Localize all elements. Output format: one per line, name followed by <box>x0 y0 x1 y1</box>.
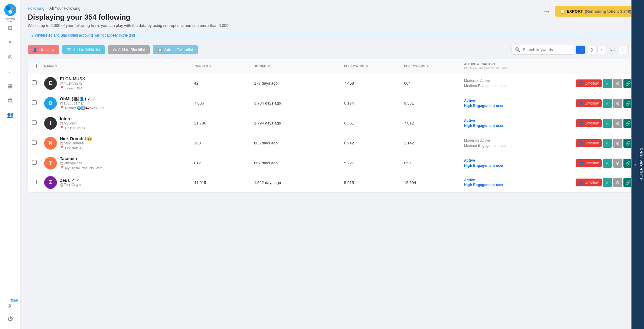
sidebar-item-chart[interactable]: ▦ <box>4 80 16 92</box>
engagement-status: Moderate Active <box>464 79 490 83</box>
row-whitelist-button[interactable]: ✓ <box>603 178 612 187</box>
filter-panel[interactable]: ≡ FILTER OPTIONS <box>631 0 644 329</box>
table-body: E ELON MUSK @musk59272 📍Texas, USA 42 17… <box>28 73 637 192</box>
search-go-button[interactable]: → <box>576 46 585 54</box>
sort-joined-icon[interactable]: ⇅ <box>268 65 270 68</box>
engagement-label: Active High Engagement user <box>464 98 572 108</box>
filter-icon: ≡ <box>633 163 637 166</box>
sidebar-item-search[interactable]: ⌕ <box>4 65 16 77</box>
user-details: Intern @MyShixt 📍United States <box>60 116 85 130</box>
row-unfollow-button[interactable]: 👤 Unfollow <box>576 79 602 87</box>
export-remaining: (Remaining token: 3,749) <box>585 9 631 14</box>
engagement-type: High Engagement user <box>464 104 504 108</box>
new-badge: NEW <box>11 299 17 302</box>
unfollow-person-icon: 👤 <box>579 180 584 185</box>
row-select-checkbox[interactable] <box>32 180 37 184</box>
row-unfollow-button[interactable]: 👤 Unfollow <box>576 179 602 186</box>
sort-followers-icon[interactable]: ⇅ <box>427 65 429 68</box>
info-icon: ℹ <box>31 33 33 37</box>
page-prev-button[interactable]: ⟨ <box>597 46 606 54</box>
row-actions: 👤 Unfollow ✓ ⊘ 🔗 <box>572 119 633 128</box>
row-unfollow-button[interactable]: 👤 Unfollow <box>576 139 602 147</box>
row-unfollow-button[interactable]: 👤 Unfollow <box>576 119 602 127</box>
row-blacklist-button[interactable]: ⊘ <box>613 178 622 187</box>
th-engagement: ACTIVE & INACTIVE User Engagement Metric… <box>464 62 572 70</box>
row-whitelist-button[interactable]: ✓ <box>603 79 612 88</box>
export-icon: 📋 <box>560 9 565 14</box>
user-handle: @MyShixt <box>60 121 85 125</box>
sidebar: TWITTER TOOL ⊞ ✦ ◎ ⌕ ▦ 🗑 👥 ✗ NEW ⏻ <box>0 0 21 329</box>
row-select-checkbox[interactable] <box>32 140 37 145</box>
row-blacklist-button[interactable]: ⊘ <box>613 119 622 128</box>
tweet-count: 160 <box>194 141 254 145</box>
select-all-checkbox[interactable] <box>32 64 37 68</box>
sidebar-item-x[interactable]: ✗ NEW <box>4 300 16 312</box>
row-select-checkbox[interactable] <box>32 120 37 125</box>
engagement-label: Moderate Active Medium Engagement user <box>464 138 572 148</box>
followers-count: 604 <box>404 81 464 85</box>
search-wrap: 🔍 <box>512 45 574 55</box>
row-select-checkbox[interactable] <box>32 100 37 105</box>
verified-icon: ✓ <box>92 97 95 101</box>
row-unfollow-button[interactable]: 👤 Unfollow <box>576 159 602 167</box>
unfollow-button[interactable]: 👤 Unfollow <box>28 45 59 54</box>
search-icon: 🔍 <box>515 47 521 53</box>
add-twitterlist-button[interactable]: 📋 Add to Twitterlist <box>153 45 198 54</box>
sort-following-icon[interactable]: ⇅ <box>366 65 368 68</box>
pin-icon: 📍 <box>60 146 64 150</box>
row-checkbox <box>32 80 44 86</box>
engagement-status: Active <box>464 98 475 103</box>
export-label: EXPORT <box>567 9 583 14</box>
breadcrumb-parent[interactable]: Following <box>28 6 44 11</box>
row-whitelist-button[interactable]: ✓ <box>603 139 612 148</box>
row-actions: 👤 Unfollow ✓ ⊘ 🔗 <box>572 159 633 168</box>
sidebar-item-users[interactable]: 👥 <box>4 109 16 121</box>
user-details: OhMi (🎩|👤) ✓✓ @suuuupaman 📍Nomad 🌍➡️🇨🇿 9… <box>60 96 104 110</box>
row-blacklist-button[interactable]: ⊘ <box>613 99 622 108</box>
row-whitelist-button[interactable]: ✓ <box>603 119 612 128</box>
sidebar-item-target[interactable]: ◎ <box>4 51 16 63</box>
engagement-type: Medium Engagement user <box>464 84 507 88</box>
row-select-checkbox[interactable] <box>32 160 37 165</box>
add-whitelist-button[interactable]: 🛡 Add to Whitelist <box>62 45 105 54</box>
sort-name-icon[interactable]: ⇅ <box>55 65 57 68</box>
row-checkbox <box>32 100 44 106</box>
whitelist-icon: 🛡 <box>67 47 71 52</box>
row-blacklist-button[interactable]: ⊘ <box>613 79 622 88</box>
twitterlist-icon: 📋 <box>158 47 162 52</box>
search-area: 🔍 → <box>512 45 585 55</box>
th-following: FOLLOWING ⇅ <box>344 64 404 68</box>
th-checkbox <box>32 64 44 68</box>
sidebar-item-network[interactable]: ✦ <box>4 36 16 48</box>
row-select-checkbox[interactable] <box>32 80 37 85</box>
info-bar: ℹ Whitelisted and Blacklisted accounts w… <box>28 31 637 40</box>
row-whitelist-button[interactable]: ✓ <box>603 159 612 168</box>
search-input[interactable] <box>523 47 571 52</box>
row-blacklist-button[interactable]: ⊘ <box>613 139 622 148</box>
sidebar-item-trash[interactable]: 🗑 <box>4 94 16 106</box>
sort-tweets-icon[interactable]: ⇅ <box>209 65 212 68</box>
row-blacklist-button[interactable]: ⊘ <box>613 159 622 168</box>
row-whitelist-button[interactable]: ✓ <box>603 99 612 108</box>
add-blacklist-button[interactable]: ⊘ Add to Blacklist <box>108 45 150 54</box>
page-info: 1/ 4 <box>607 47 617 52</box>
row-unfollow-button[interactable]: 👤 Unfollow <box>576 99 602 107</box>
sidebar-item-power[interactable]: ⏻ <box>4 313 16 325</box>
table-row: O OhMi (🎩|👤) ✓✓ @suuuupaman 📍Nomad 🌍➡️🇨🇿… <box>28 93 637 113</box>
table-row: I Intern @MyShixt 📍United States 21,786 … <box>28 113 637 133</box>
user-handle: @suuuupaman <box>60 101 104 105</box>
export-button[interactable]: 📋 EXPORT (Remaining token: 3,749) <box>555 6 637 17</box>
followers-count: 1,142 <box>404 141 464 145</box>
engagement-label: Active High Engagement user <box>464 158 572 168</box>
engagement-type: High Engagement user <box>464 163 504 168</box>
sidebar-item-dashboard[interactable]: ⊞ <box>4 22 16 34</box>
page-next-button[interactable]: ⟩ <box>619 46 627 54</box>
main-content: Following › All Your Following Displayin… <box>21 0 644 329</box>
user-info: O OhMi (🎩|👤) ✓✓ @suuuupaman 📍Nomad 🌍➡️🇨🇿… <box>44 96 194 110</box>
page-header: Following › All Your Following Displayin… <box>28 6 637 21</box>
row-checkbox <box>32 160 44 166</box>
page-first-button[interactable]: ⟨⟨ <box>588 46 596 54</box>
following-count: 6,361 <box>344 121 404 125</box>
filter-options-label: ≡ FILTER OPTIONS <box>633 147 643 181</box>
joined-date: 1,522 days ago <box>254 180 344 185</box>
